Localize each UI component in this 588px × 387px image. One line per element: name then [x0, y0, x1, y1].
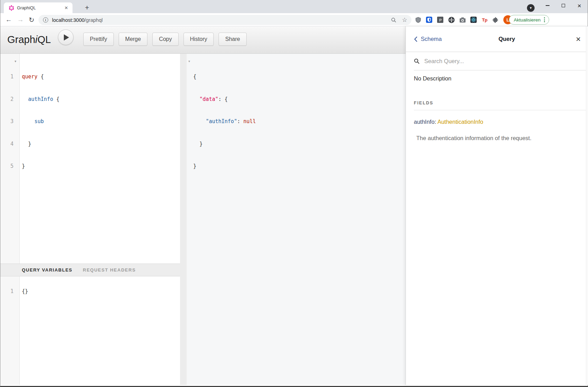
editor-gutter: 1 2 3 4 5 ▾ [0, 54, 20, 385]
docs-body: No Description FIELDS authInfo: Authenti… [406, 70, 588, 141]
move-circle-icon[interactable] [448, 16, 455, 23]
docs-search-box [414, 52, 588, 70]
result-json: { "data": { "authInfo": null } } [193, 58, 256, 185]
merge-button[interactable]: Merge [119, 33, 147, 46]
prettify-button[interactable]: Prettify [83, 33, 114, 46]
tab-query-variables[interactable]: QUERY VARIABLES [22, 267, 73, 273]
chevron-left-icon [414, 36, 418, 42]
browser-toolbar: ← → ↻ i localhost:3000/graphql ☆ P [0, 13, 588, 26]
browser-window: GraphiQL × + ▼ × ← → ↻ i localhost:3000/… [0, 0, 588, 387]
window-maximize-button[interactable] [555, 0, 571, 11]
ublock-shield-icon[interactable] [415, 16, 421, 23]
search-icon [414, 58, 420, 64]
query-code[interactable]: query { authInfo { sub } } [22, 58, 179, 185]
minimize-icon [546, 5, 549, 6]
tab-close-icon[interactable]: × [63, 5, 69, 11]
tab-strip: GraphiQL × + ▼ × [0, 0, 588, 13]
window-close-button[interactable]: × [571, 0, 587, 11]
field-description: The authentication information of the re… [416, 135, 580, 141]
bitwarden-shield-icon[interactable] [426, 16, 433, 23]
docs-scrollbar[interactable] [586, 26, 588, 385]
result-fold-arrow-icon[interactable]: ▾ [188, 60, 190, 63]
code-line: authInfo { [22, 96, 179, 103]
docs-close-button[interactable]: × [572, 35, 581, 43]
field-name-link[interactable]: authInfo [414, 119, 435, 125]
code-line: } [193, 140, 256, 148]
fields-divider [414, 110, 588, 110]
address-bar[interactable]: i localhost:3000/graphql ☆ [39, 15, 411, 25]
code-line: "data": { [193, 96, 256, 103]
graphql-favicon-icon [9, 5, 14, 11]
reload-button[interactable]: ↻ [26, 13, 37, 26]
graphiql-topbar: GraphiQL Prettify Merge Copy History Sha… [0, 26, 406, 54]
docs-back-link[interactable]: Schema [414, 36, 442, 42]
tab-title: GraphiQL [17, 6, 63, 10]
type-description: No Description [414, 75, 580, 82]
execute-button[interactable] [58, 29, 74, 45]
type-name-link[interactable]: AuthenticationInfo [437, 119, 483, 125]
browser-tab-graphiql[interactable]: GraphiQL × [4, 2, 73, 13]
variables-tab-bar: QUERY VARIABLES REQUEST HEADERS [0, 264, 180, 276]
back-button[interactable]: ← [3, 13, 14, 26]
tp-icon[interactable]: Tp [481, 16, 488, 23]
window-minimize-button[interactable] [539, 0, 555, 11]
graphiql-logo: GraphiQL [7, 34, 51, 45]
query-editor[interactable]: 1 2 3 4 5 ▾ query { authInfo { sub } } 1… [0, 54, 180, 385]
svg-text:P: P [439, 18, 442, 23]
maximize-icon [562, 4, 565, 7]
browser-menu-chevron-icon[interactable]: ▼ [527, 4, 535, 12]
kebab-menu-icon [543, 17, 546, 23]
browser-update-menu-button[interactable]: Aktualisieren [509, 15, 549, 25]
window-close-icon: × [577, 2, 581, 9]
docs-title: Query [442, 36, 572, 42]
code-line: "authInfo": null [193, 118, 256, 126]
fields-header: FIELDS [414, 101, 580, 105]
bookmark-star-icon[interactable]: ☆ [402, 17, 407, 23]
line-numbers: 1 2 3 4 5 [0, 58, 14, 185]
docs-search-input[interactable] [424, 58, 580, 65]
graphiql-toolbar: Prettify Merge Copy History Share [83, 33, 247, 46]
puzzle-extensions-icon[interactable] [492, 16, 499, 23]
code-line: query { [22, 73, 179, 81]
p-square-icon[interactable]: P [437, 16, 444, 23]
zoom-page-icon[interactable] [391, 17, 397, 23]
result-pane[interactable]: ▾ { "data": { "authInfo": null } } [187, 54, 406, 385]
copy-button[interactable]: Copy [152, 33, 178, 46]
code-line: } [22, 163, 179, 170]
doc-explorer-header: Schema Query × [406, 26, 588, 52]
field-item: authInfo: AuthenticationInfo [414, 119, 580, 125]
variables-line-number: 1 [0, 288, 14, 295]
forward-button[interactable]: → [15, 13, 26, 26]
code-line: } [193, 163, 256, 170]
variables-editor[interactable]: {} [22, 288, 28, 295]
extensions-row: P Tp L [415, 13, 512, 26]
doc-explorer-panel: Schema Query × No Description FIELDS aut… [406, 26, 588, 385]
site-info-icon[interactable]: i [43, 17, 48, 23]
new-tab-button[interactable]: + [82, 3, 92, 12]
code-line: { [193, 73, 256, 81]
share-button[interactable]: Share [219, 33, 247, 46]
tab-request-headers[interactable]: REQUEST HEADERS [83, 267, 136, 273]
fold-arrow-icon[interactable]: ▾ [15, 60, 16, 63]
history-button[interactable]: History [184, 33, 214, 46]
code-line: } [22, 140, 179, 148]
play-icon [64, 34, 69, 41]
pane-splitter[interactable] [180, 54, 187, 385]
code-line: sub [22, 118, 179, 126]
react-devtools-icon[interactable] [470, 16, 477, 23]
camera-icon[interactable] [459, 16, 466, 23]
url-text[interactable]: localhost:3000/graphql [52, 17, 391, 23]
